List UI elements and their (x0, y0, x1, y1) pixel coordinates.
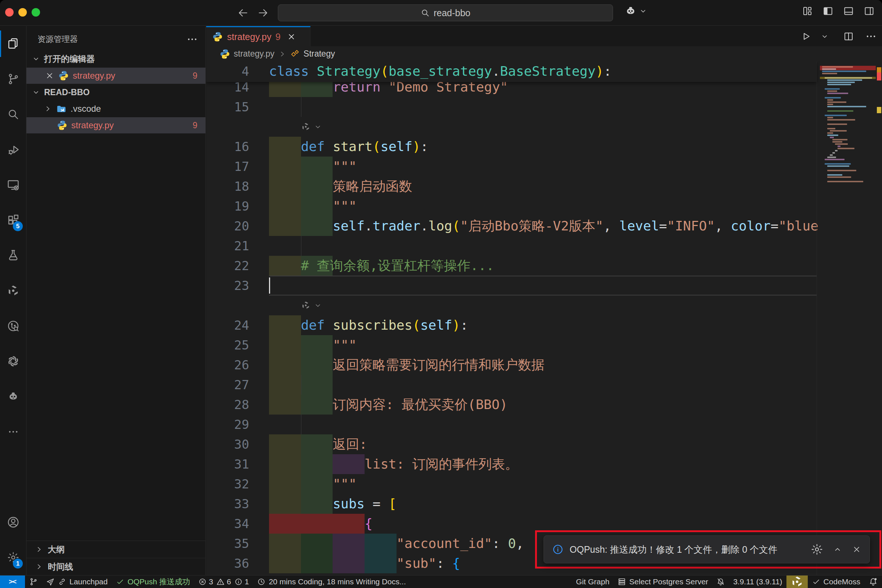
bell-dot-icon (868, 577, 878, 586)
activity-item-settings[interactable]: 1 (0, 540, 27, 575)
python-file-icon (58, 70, 69, 81)
toggle-sidebar-button[interactable] (822, 6, 834, 16)
activity-item-testing[interactable] (0, 238, 27, 273)
status-problems[interactable]: 361 (194, 576, 253, 588)
activity-item-more-views[interactable] (0, 414, 27, 450)
minimize-window-button[interactable] (18, 8, 27, 16)
code-line-16[interactable]: 16def start(self): (206, 137, 817, 156)
status-bell-slash[interactable] (712, 576, 729, 588)
activity-item-openai-chat[interactable] (0, 344, 27, 379)
timeline-section[interactable]: 时间线 (27, 558, 206, 575)
status-codemoss-ext[interactable] (786, 576, 808, 588)
customize-layout-button[interactable] (802, 6, 813, 16)
code-line-17[interactable]: 17""" (206, 156, 817, 176)
code-line-31[interactable]: 31list: 订阅的事件列表。 (206, 454, 817, 474)
activity-item-search[interactable] (0, 97, 27, 132)
window-controls[interactable] (5, 8, 40, 16)
status-time-tracker[interactable]: 20 mins Coding, 18 mins Writing Docs... (253, 576, 410, 588)
line-number: 25 (206, 335, 249, 355)
forward-button[interactable] (255, 5, 271, 21)
code-line-25[interactable]: 25""" (206, 335, 817, 355)
tab-strategy-py[interactable]: strategy.py 9 (206, 26, 310, 46)
line-number: 31 (206, 454, 249, 474)
code-line-19[interactable]: 19""" (206, 196, 817, 216)
code-line-18[interactable]: 18策略启动函数 (206, 176, 817, 196)
back-button[interactable] (235, 5, 250, 21)
activity-item-source-control[interactable] (0, 62, 27, 97)
run-python-file-button[interactable] (800, 31, 812, 42)
open-editor-filename: strategy.py (73, 70, 116, 81)
toggle-secondary-sidebar-button[interactable] (864, 6, 874, 16)
python-file-icon (57, 120, 68, 131)
close-window-button[interactable] (5, 8, 14, 16)
status-launchpad[interactable]: Launchpad (42, 576, 112, 588)
breadcrumb-symbol[interactable]: Strategy (303, 49, 335, 59)
activity-item-remote-explorer[interactable] (0, 167, 27, 202)
code-line-21[interactable]: 21 (206, 236, 817, 256)
activity-item-extensions[interactable]: 5 (0, 202, 27, 238)
expand-notification-icon[interactable] (833, 544, 842, 554)
activity-item-run-and-debug[interactable] (0, 132, 27, 167)
code-line-29[interactable]: 29 (206, 414, 817, 434)
activity-item-ai-assistant[interactable] (0, 379, 27, 414)
activity-item-codemoss[interactable] (0, 273, 27, 308)
status-bell[interactable] (864, 576, 882, 588)
codelens-ai-action[interactable] (206, 117, 817, 137)
status-branch[interactable] (25, 576, 42, 588)
tree-item-vscode-folder[interactable]: .vscode (27, 101, 206, 117)
status-python-version[interactable]: 3.9.11 (3.9.11) (729, 576, 786, 588)
close-editor-icon[interactable] (45, 71, 54, 81)
code-line-30[interactable]: 30返回: (206, 434, 817, 454)
code-area[interactable]: 14return "Demo Strategy"1516def start(se… (206, 62, 882, 575)
status-codemoss[interactable]: CodeMoss (808, 576, 864, 588)
open-editors-section[interactable]: 打开的编辑器 (27, 51, 206, 67)
chevron-down-icon (32, 54, 40, 63)
sidebar-more-actions-icon[interactable] (186, 33, 198, 45)
code-line-23[interactable]: 23 (206, 276, 817, 296)
zoom-window-button[interactable] (32, 8, 40, 16)
toggle-panel-button[interactable] (843, 6, 854, 16)
codemoss-lens-icon[interactable] (301, 122, 310, 132)
run-dropdown-icon[interactable] (820, 32, 829, 41)
notification-settings-icon[interactable] (811, 543, 823, 556)
code-line-32[interactable]: 32""" (206, 474, 817, 494)
workspace-section[interactable]: READ-BBO (27, 84, 206, 100)
outline-section[interactable]: 大纲 (27, 541, 206, 558)
activity-item-git-graph[interactable] (0, 308, 27, 344)
status-postgres[interactable]: Select Postgres Server (614, 576, 712, 588)
more-actions-icon[interactable] (865, 30, 877, 42)
code-line-15[interactable]: 15 (206, 97, 817, 117)
split-editor-button[interactable] (843, 31, 854, 42)
code-line-24[interactable]: 24def subscribes(self): (206, 315, 817, 335)
line-number: 15 (206, 97, 249, 117)
breadcrumb-file[interactable]: strategy.py (234, 49, 274, 59)
codelens-ai-action[interactable] (206, 296, 817, 315)
code-line-27[interactable]: 27 (206, 375, 817, 395)
sidebar-title-row: 资源管理器 (38, 33, 198, 46)
close-tab-icon[interactable] (286, 32, 296, 42)
status-git-graph[interactable]: Git Graph (572, 576, 614, 588)
activity-item-explorer[interactable] (0, 26, 27, 62)
code-line-26[interactable]: 26返回策略需要订阅的行情和账户数据 (206, 355, 817, 375)
codemoss-lens-icon[interactable] (301, 301, 310, 310)
chevron-down-icon[interactable] (314, 122, 322, 131)
copilot-menu[interactable] (625, 5, 648, 17)
minimap[interactable] (817, 62, 882, 575)
tree-item-strategy-py[interactable]: strategy.py 9 (27, 117, 206, 134)
activity-item-accounts[interactable] (0, 505, 27, 540)
sticky-scroll-line[interactable]: 4class Strategy(base_strategy.BaseStrate… (206, 62, 817, 82)
status-oqpush[interactable]: OQPush 推送成功 (112, 576, 194, 588)
code-line-28[interactable]: 28订阅内容: 最优买卖价(BBO) (206, 395, 817, 414)
chevron-down-icon[interactable] (314, 301, 322, 310)
notification-toast[interactable]: OQPush: 推送成功！修改 1 个文件，删除 0 个文件 (543, 536, 870, 563)
line-number: 24 (206, 315, 249, 335)
open-editor-strategy-py[interactable]: strategy.py 9 (27, 68, 206, 84)
command-center-search[interactable]: read-bbo (278, 4, 613, 21)
close-notification-icon[interactable] (852, 544, 861, 554)
code-line-22[interactable]: 22# 查询余额,设置杠杆等操作... (206, 256, 817, 276)
remote-indicator[interactable]: >< (0, 576, 25, 588)
code-line-33[interactable]: 33subs = [ (206, 494, 817, 514)
code-line-20[interactable]: 20self.trader.log("启动Bbo策略-V2版本", level=… (206, 216, 817, 236)
robot-icon (8, 391, 19, 402)
text-cursor (269, 278, 270, 294)
